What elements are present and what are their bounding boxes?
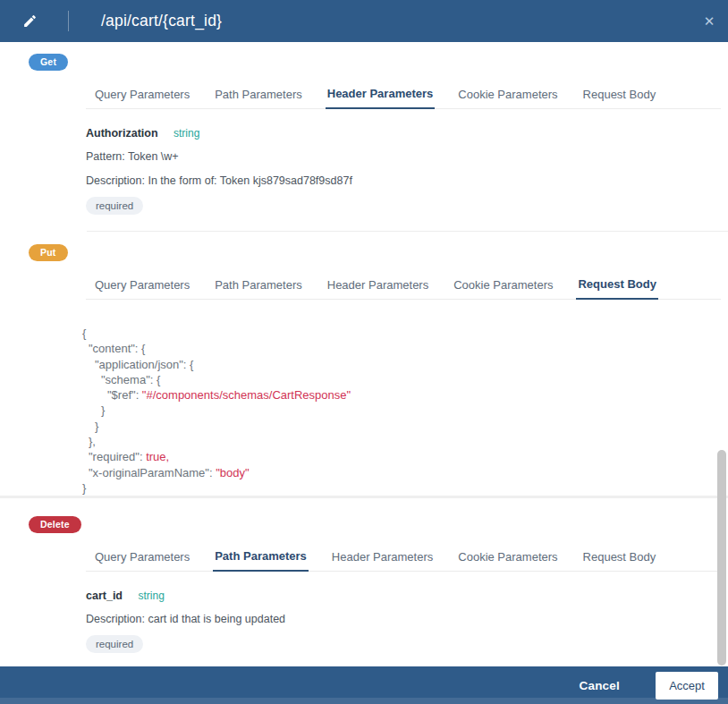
- code-line: "required": true,: [82, 449, 721, 464]
- code-line: },: [82, 434, 721, 449]
- get-param-block: Authorization string Pattern: Token \w+ …: [86, 127, 728, 215]
- param-name: Authorization: [86, 127, 158, 140]
- put-tab-query-parameters[interactable]: Query Parameters: [93, 272, 191, 299]
- code-line: }: [82, 419, 721, 434]
- code-line: "x-originalParamName": "body": [82, 465, 721, 480]
- delete-tabs: Query Parameters Path Parameters Header …: [86, 544, 721, 572]
- put-tab-request-body[interactable]: Request Body: [576, 272, 657, 300]
- put-tab-path-parameters[interactable]: Path Parameters: [213, 272, 304, 299]
- get-tab-cookie-parameters[interactable]: Cookie Parameters: [456, 81, 559, 108]
- delete-method-badge: Delete: [29, 516, 81, 533]
- endpoint-path-title: /api/cart/{cart_id}: [101, 12, 222, 30]
- put-method-section: Put Query Parameters Path Parameters Hea…: [0, 232, 728, 498]
- scrollbar-thumb[interactable]: [717, 450, 726, 666]
- put-tabs: Query Parameters Path Parameters Header …: [86, 272, 721, 300]
- code-line: "application/json": {: [82, 357, 721, 372]
- get-tab-query-parameters[interactable]: Query Parameters: [93, 81, 191, 108]
- get-method-badge: Get: [29, 54, 68, 71]
- request-body-code: {"content": {"application/json": {"schem…: [82, 326, 721, 496]
- param-name: cart_id: [86, 589, 123, 602]
- close-icon[interactable]: ✕: [698, 10, 721, 33]
- put-tab-header-parameters[interactable]: Header Parameters: [326, 272, 430, 299]
- param-type: string: [138, 589, 164, 602]
- get-tabs: Query Parameters Path Parameters Header …: [86, 81, 721, 109]
- param-description-line: Description: cart id that is being updat…: [86, 613, 728, 626]
- modal-header: /api/cart/{cart_id} ✕: [0, 0, 728, 42]
- param-description-line: Description: In the form of: Token kjs87…: [86, 174, 728, 188]
- get-tab-request-body[interactable]: Request Body: [581, 81, 658, 108]
- code-line: }: [82, 403, 721, 418]
- required-badge: required: [86, 635, 143, 653]
- cancel-button[interactable]: Cancel: [574, 678, 625, 693]
- put-tab-cookie-parameters[interactable]: Cookie Parameters: [452, 272, 554, 299]
- accept-button[interactable]: Accept: [656, 672, 718, 700]
- put-method-badge: Put: [29, 244, 68, 261]
- required-badge: required: [86, 197, 143, 215]
- delete-tab-header-parameters[interactable]: Header Parameters: [330, 544, 435, 571]
- delete-tab-request-body[interactable]: Request Body: [581, 544, 658, 571]
- get-tab-header-parameters[interactable]: Header Parameters: [326, 81, 436, 109]
- modal-footer: Cancel Accept: [0, 666, 728, 704]
- edit-pencil-icon: [22, 13, 38, 30]
- param-type: string: [174, 127, 199, 140]
- delete-tab-path-parameters[interactable]: Path Parameters: [213, 544, 309, 572]
- param-pattern-line: Pattern: Token \w+: [86, 150, 728, 164]
- delete-tab-query-parameters[interactable]: Query Parameters: [93, 544, 191, 571]
- delete-method-section: Delete Query Parameters Path Parameters …: [0, 498, 728, 653]
- code-line: "schema": {: [82, 372, 721, 387]
- delete-tab-cookie-parameters[interactable]: Cookie Parameters: [456, 544, 559, 571]
- modal-body: Get Query Parameters Path Parameters Hea…: [0, 42, 728, 653]
- get-method-section: Get Query Parameters Path Parameters Hea…: [0, 42, 728, 232]
- header-divider: [68, 11, 69, 31]
- code-line: "$ref": "#/components/schemas/CartRespon…: [82, 387, 721, 403]
- delete-param-block: cart_id string Description: cart id that…: [86, 589, 728, 653]
- code-line: {: [82, 326, 721, 341]
- code-line: }: [82, 480, 721, 496]
- get-tab-path-parameters[interactable]: Path Parameters: [213, 81, 304, 108]
- code-line: "content": {: [82, 341, 721, 356]
